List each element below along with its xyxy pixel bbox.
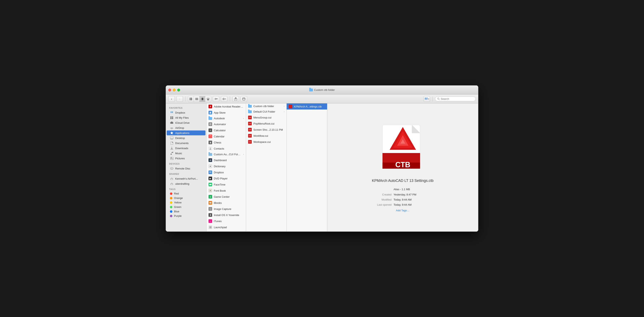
svg-point-39 [171,157,172,158]
uberdrafting-label: uberdrafting [175,182,189,185]
list-item[interactable]: Custom Au...CUI Folder › [206,152,246,157]
list-item[interactable]: ⬡ Image Capture [206,206,246,212]
back-button[interactable]: ‹ [168,96,175,102]
close-button[interactable] [168,89,171,91]
list-item[interactable]: ⊙ Dashboard [206,157,246,163]
svg-marker-23 [172,111,173,112]
custom-ctb-column: Custom ctb folder › Default CUI Folder ›… [246,103,287,231]
cui-icon: CUI [248,134,252,138]
view-coverflow-button[interactable] [205,96,211,102]
sidebar-item-tag-orange[interactable]: Orange [167,196,206,200]
list-item[interactable]: Custom ctb folder › [246,103,286,109]
list-item[interactable]: CUI Workspace.cui [246,139,286,145]
list-item[interactable]: = Calculator [206,127,246,133]
search-input[interactable] [441,97,474,100]
icloud-label: iCloud Drive [175,121,190,124]
list-item[interactable]: A Dictionary [206,163,246,169]
list-item[interactable]: ♪ iTunes [206,218,246,224]
sidebar-item-tag-green[interactable]: Green [167,205,206,209]
minimize-button[interactable] [173,89,176,91]
svg-marker-52 [209,172,210,173]
preview-pane: CTB KPMArch AutoCAD LT 13 Settings.ctb A… [327,103,478,231]
window-title-text: Custom ctb folder [314,88,335,91]
share-button[interactable] [232,96,239,102]
list-item[interactable]: FaceTime [206,181,246,188]
list-item[interactable]: CUI Workflow.cui [246,133,286,139]
sidebar-item-remote-disc[interactable]: Remote Disc [167,166,206,171]
list-item[interactable]: Calendar [206,133,246,139]
action-button[interactable]: ⚙ ▾ [221,96,228,102]
modified-label: Modified [371,197,392,202]
forward-icon: › [179,97,180,101]
list-item[interactable]: ● Game Center [206,194,246,200]
preview-icon-container: CTB [380,123,425,173]
svg-rect-29 [172,118,173,119]
icloud-icon [170,121,174,125]
item-label: Chess [214,141,244,144]
sidebar-item-tag-yellow[interactable]: Yellow [167,200,206,205]
list-item[interactable]: Autodesk › [206,116,246,121]
dropbox-toolbar-button[interactable]: ▾ [424,96,430,102]
folder-icon [208,117,212,120]
search-box[interactable] [435,97,476,101]
sidebar-item-dropbox[interactable]: Dropbox [167,110,206,115]
list-item[interactable]: ⬇ Install OS X Yosemite [206,212,246,218]
dropbox-label: Dropbox [175,111,185,114]
sidebar-item-icloud-drive[interactable]: iCloud Drive [167,120,206,125]
launchpad-icon [208,225,212,229]
add-tags-link[interactable]: Add Tags… [396,209,410,212]
arrange-button[interactable]: ⊞▾ [213,96,219,102]
svg-rect-46 [209,136,212,138]
sidebar-item-applications[interactable]: Applications [167,130,206,135]
item-label: Workflow.cui [254,134,284,137]
view-column-button[interactable] [200,96,205,102]
list-item[interactable]: Contacts [206,146,246,152]
forward-button[interactable]: › [176,96,183,102]
sidebar-item-pictures[interactable]: Pictures [167,156,206,161]
sidebar-item-uberdrafting[interactable]: uberdrafting [167,181,206,186]
list-item[interactable]: Launchpad [206,224,246,230]
orange-tag-label: Orange [174,196,183,200]
desktop-icon [170,136,174,140]
list-item[interactable]: ✉ Mail [206,230,246,231]
sidebar: Favorites Dropbox All My File [166,103,206,231]
list-item[interactable]: Default CUI Folder › [246,109,286,114]
maximize-button[interactable] [177,89,180,91]
item-label: Calculator [214,129,244,132]
uberdrafting-icon [170,182,174,186]
sidebar-item-desktop[interactable]: Desktop [167,136,206,140]
list-item[interactable]: A Adobe Acrobat Reader DC [206,103,246,110]
item-label: PopMenuRoot.cui [254,122,284,125]
kenneths-airport-label: Kenneth's AirPort... [175,177,198,180]
folder-icon [248,105,252,108]
item-label: Automator [214,123,244,126]
path-button[interactable] [240,96,247,102]
window-title: Custom ctb folder [309,88,335,91]
sidebar-item-airdrop[interactable]: AirDrop [167,125,206,130]
sidebar-item-tag-purple[interactable]: Purple [167,214,206,218]
list-item[interactable]: CUI PopMenuRoot.cui [246,121,286,127]
list-item[interactable]: A Font Book [206,188,246,194]
list-item[interactable]: App Store [206,110,246,116]
list-item[interactable]: CUI Screen Sho...2.10.11 PM [246,127,286,133]
list-item[interactable]: CUI MenuGroup.cui [246,114,286,121]
view-list-button[interactable] [194,96,200,102]
svg-rect-3 [191,99,192,100]
list-item[interactable]: KPMArch A...ettings.ctb [287,103,327,110]
list-item[interactable]: ♟ Chess [206,139,246,146]
list-item[interactable]: Automator [206,121,246,127]
sidebar-item-kenneths-airport[interactable]: Kenneth's AirPort... [167,176,206,181]
list-item[interactable]: ▶ DVD Player [206,175,246,181]
list-item[interactable]: 📖 iBooks [206,200,246,206]
sidebar-item-tag-blue[interactable]: Blue [167,209,206,214]
view-icon-button[interactable] [188,96,194,102]
sidebar-item-tag-red[interactable]: Red [167,191,206,196]
sidebar-item-downloads[interactable]: Downloads [167,146,206,151]
ctb-file-preview-icon: CTB [380,123,425,172]
sidebar-item-music[interactable]: Music [167,151,206,156]
list-item[interactable]: Dropbox [206,169,246,175]
sidebar-item-all-my-files[interactable]: All My Files [167,115,206,120]
all-my-files-label: All My Files [175,116,188,119]
sidebar-item-documents[interactable]: Documents [167,141,206,146]
separator-1 [185,97,186,101]
